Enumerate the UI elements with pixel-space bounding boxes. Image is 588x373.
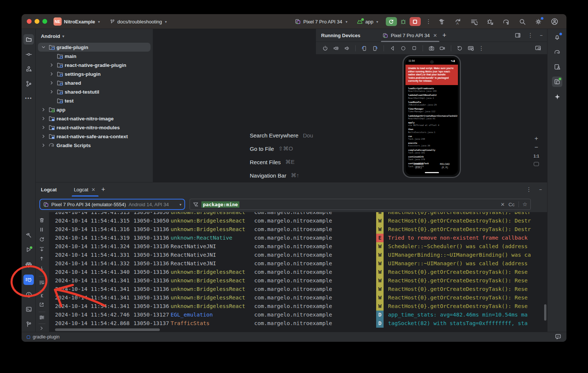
more-run-actions-icon[interactable]: ⋮	[425, 18, 432, 25]
close-tab-icon[interactable]: ✕	[91, 187, 96, 192]
log-row[interactable]: 2024-10-14 11:54:41.31613050-13136unknow…	[49, 225, 547, 234]
clear-logcat-button[interactable]	[39, 217, 45, 224]
zoom-out-button[interactable]: −	[534, 145, 538, 150]
dismiss-button[interactable]: DISMISS (ESC)	[414, 162, 423, 169]
chevron-right-icon[interactable]	[39, 116, 48, 121]
rerun-button[interactable]	[386, 17, 397, 26]
project-selector[interactable]: NitroExample	[64, 19, 95, 25]
more-tools-button[interactable]: •••	[23, 93, 34, 103]
commit-tool-button[interactable]	[23, 49, 34, 59]
device-manager-tool-button[interactable]	[552, 62, 562, 72]
tree-item-app[interactable]: app	[38, 105, 151, 114]
match-case-toggle[interactable]: Cc	[508, 202, 515, 207]
tree-item-react-native-gradle-plugin[interactable]: react-native-gradle-plugin	[38, 61, 151, 69]
maximize-window-button[interactable]	[42, 19, 47, 24]
vertical-scrollbar[interactable]	[544, 304, 546, 321]
log-row[interactable]: 2024-10-14 11:54:41.33213050-13136ReactN…	[49, 259, 547, 268]
resource-manager-tool-button[interactable]	[23, 64, 34, 74]
more-gutter-actions-icon[interactable]	[39, 326, 44, 332]
chevron-down-icon[interactable]	[39, 45, 48, 50]
overview-button[interactable]	[410, 44, 418, 52]
stop-button[interactable]	[410, 17, 421, 26]
hide-panel-button[interactable]: −	[539, 187, 542, 192]
horizontal-scrollbar[interactable]	[55, 328, 160, 331]
git-tool-button[interactable]	[23, 78, 34, 89]
tree-item-test[interactable]: test	[38, 96, 151, 105]
restart-logcat-button[interactable]	[39, 237, 45, 243]
running-devices-tool-button[interactable]	[552, 77, 562, 87]
panel-options-icon[interactable]: ⋮	[525, 186, 532, 193]
logcat-tool-button[interactable]	[23, 275, 34, 285]
gradle-tool-button[interactable]	[552, 47, 562, 57]
run-tool-button[interactable]	[23, 244, 34, 255]
pause-logcat-button[interactable]	[39, 227, 44, 233]
logcat-settings-button[interactable]	[39, 315, 45, 321]
logcat-device-selector[interactable]: Pixel 7 Pro API 34 (emulator-5554) Andro…	[39, 199, 185, 210]
minimize-window-button[interactable]	[35, 19, 39, 24]
new-logcat-tab-button[interactable]: +	[98, 186, 109, 194]
gesture-bar[interactable]	[425, 172, 439, 173]
collapse-button[interactable]	[39, 293, 44, 299]
home-button[interactable]	[399, 44, 407, 52]
device-more-options-icon[interactable]: ⋮	[477, 44, 485, 52]
rotate-right-button[interactable]	[371, 44, 379, 52]
chevron-right-icon[interactable]	[48, 71, 56, 77]
editor-area[interactable]: Search EverywhereDouGo to File⇧⌘ORecent …	[153, 29, 316, 182]
screenshot-button[interactable]	[427, 44, 436, 52]
search-everywhere-button[interactable]	[519, 18, 526, 25]
chevron-right-icon[interactable]	[39, 143, 48, 148]
debug-button[interactable]	[400, 18, 407, 25]
add-device-tab-button[interactable]: +	[439, 32, 449, 39]
layout-icon[interactable]	[515, 32, 521, 38]
hardware-input-button[interactable]	[466, 44, 475, 52]
tree-item-shared-testutil[interactable]: shared-testutil	[38, 87, 151, 96]
gradle-sync-button[interactable]	[503, 18, 510, 25]
log-row[interactable]: 2024-10-14 11:54:41.33113050-13136ReactN…	[49, 251, 547, 259]
favorite-filter-icon[interactable]: ☆	[523, 201, 527, 208]
chevron-right-icon[interactable]	[39, 134, 48, 139]
run-configuration-selector[interactable]: app ▾	[356, 19, 379, 25]
terminal-tool-button[interactable]	[23, 304, 34, 314]
display-settings-button[interactable]	[534, 44, 542, 52]
chevron-right-icon[interactable]	[48, 62, 56, 68]
volume-up-button[interactable]	[332, 44, 340, 52]
problems-tool-button[interactable]	[23, 289, 34, 300]
chevron-right-icon[interactable]	[39, 107, 48, 112]
zoom-fit-button[interactable]	[534, 162, 539, 166]
panel-options-icon[interactable]: ⋮	[527, 32, 534, 39]
tree-item-react-native-nitro-modules[interactable]: react-native-nitro-modules	[38, 123, 151, 132]
log-row[interactable]: 2024-10-14 11:54:41.34113050-13136unknow…	[49, 276, 547, 285]
profile-button[interactable]	[551, 18, 558, 25]
reload-button[interactable]: RELOAD (R, R)	[440, 162, 450, 169]
log-row[interactable]: 2024-10-14 11:54:42.86813050-13137Traffi…	[49, 319, 547, 328]
log-output[interactable]: 2024-10-14 11:54:41.31313050-13050unknow…	[49, 212, 547, 332]
tree-item-react-native-safe-area-context[interactable]: react-native-safe-area-context	[38, 132, 151, 141]
quick-feedback-button[interactable]	[555, 333, 561, 341]
rotate-left-button[interactable]	[360, 44, 368, 52]
zoom-ratio-button[interactable]: 1:1	[533, 154, 539, 158]
scroll-to-end-button[interactable]	[39, 246, 45, 253]
tree-item-settings-plugin[interactable]: settings-plugin	[38, 69, 151, 78]
log-row[interactable]: 2024-10-14 11:54:41.34113050-13136unknow…	[49, 285, 547, 293]
build-button[interactable]	[439, 18, 446, 25]
next-message-button[interactable]	[39, 266, 44, 272]
notifications-button[interactable]	[552, 32, 562, 42]
tree-item-react-native-nitro-image[interactable]: react-native-nitro-image	[38, 114, 151, 123]
tree-item-Gradle Scripts[interactable]: Gradle Scripts	[38, 141, 151, 150]
device-tab[interactable]: Pixel 7 Pro API 34 ✕	[381, 29, 439, 42]
device-selector[interactable]: Pixel 7 Pro API 34 ▾	[295, 19, 348, 25]
log-row[interactable]: 2024-10-14 11:54:41.34113050-13136unknow…	[49, 293, 547, 302]
log-row[interactable]: 2024-10-14 11:54:41.34113050-13136unknow…	[49, 302, 547, 311]
status-module-name[interactable]: gradle-plugin	[33, 334, 59, 340]
clear-filter-icon[interactable]: ✕	[501, 201, 505, 207]
build-variants-button[interactable]	[471, 18, 478, 25]
logcat-tab[interactable]: Logcat ✕	[72, 182, 98, 197]
assistant-tool-button[interactable]	[552, 91, 562, 102]
export-button[interactable]	[39, 302, 44, 308]
hide-panel-button[interactable]: −	[540, 33, 543, 38]
chevron-right-icon[interactable]	[48, 89, 56, 94]
previous-message-button[interactable]	[39, 256, 44, 262]
log-row[interactable]: 2024-10-14 11:54:41.34013050-13136unknow…	[49, 268, 547, 276]
chevron-right-icon[interactable]	[39, 125, 48, 130]
back-button[interactable]	[388, 44, 397, 52]
